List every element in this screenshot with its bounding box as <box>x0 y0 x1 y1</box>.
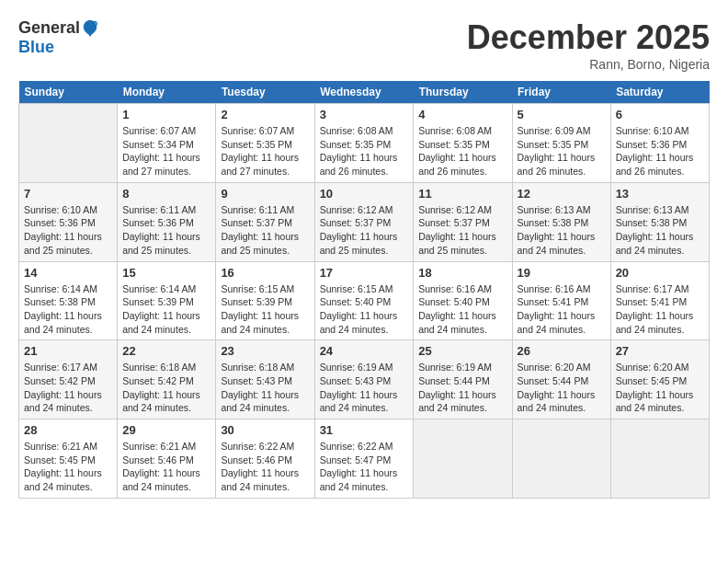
calendar-header-thursday: Thursday <box>414 81 512 104</box>
calendar-cell <box>19 104 118 183</box>
day-info: Sunrise: 6:14 AMSunset: 5:38 PMDaylight:… <box>24 282 112 337</box>
calendar-cell: 12Sunrise: 6:13 AMSunset: 5:38 PMDayligh… <box>512 182 610 261</box>
day-number: 1 <box>122 108 210 121</box>
day-info: Sunrise: 6:12 AMSunset: 5:37 PMDaylight:… <box>320 203 409 258</box>
day-number: 17 <box>320 266 409 280</box>
calendar-cell: 27Sunrise: 6:20 AMSunset: 5:45 PMDayligh… <box>610 340 709 419</box>
day-number: 7 <box>24 187 112 201</box>
calendar-cell: 3Sunrise: 6:08 AMSunset: 5:35 PMDaylight… <box>314 104 414 183</box>
day-info: Sunrise: 6:09 AMSunset: 5:35 PMDaylight:… <box>518 124 606 178</box>
calendar-header-row: SundayMondayTuesdayWednesdayThursdayFrid… <box>19 81 710 104</box>
day-number: 14 <box>24 266 112 280</box>
calendar-cell: 22Sunrise: 6:18 AMSunset: 5:42 PMDayligh… <box>118 340 216 419</box>
day-info: Sunrise: 6:14 AMSunset: 5:39 PMDaylight:… <box>122 282 210 337</box>
calendar-cell: 20Sunrise: 6:17 AMSunset: 5:41 PMDayligh… <box>610 261 709 340</box>
day-number: 18 <box>418 266 506 280</box>
day-info: Sunrise: 6:22 AMSunset: 5:46 PMDaylight:… <box>221 440 309 494</box>
calendar-cell: 28Sunrise: 6:21 AMSunset: 5:45 PMDayligh… <box>19 419 118 499</box>
calendar-header-sunday: Sunday <box>19 81 118 104</box>
calendar-cell <box>414 419 512 499</box>
day-number: 27 <box>616 344 704 358</box>
day-info: Sunrise: 6:18 AMSunset: 5:43 PMDaylight:… <box>221 361 309 415</box>
location: Rann, Borno, Nigeria <box>467 57 710 72</box>
day-info: Sunrise: 6:20 AMSunset: 5:45 PMDaylight:… <box>616 361 704 415</box>
day-info: Sunrise: 6:15 AMSunset: 5:39 PMDaylight:… <box>221 282 309 337</box>
day-info: Sunrise: 6:18 AMSunset: 5:42 PMDaylight:… <box>122 361 210 415</box>
calendar-header-friday: Friday <box>512 81 610 104</box>
logo-bird-icon <box>82 18 98 39</box>
day-number: 24 <box>320 344 409 358</box>
day-number: 30 <box>221 423 309 437</box>
calendar-cell: 6Sunrise: 6:10 AMSunset: 5:36 PMDaylight… <box>610 104 709 183</box>
day-info: Sunrise: 6:08 AMSunset: 5:35 PMDaylight:… <box>320 124 409 178</box>
calendar-cell: 5Sunrise: 6:09 AMSunset: 5:35 PMDaylight… <box>512 104 610 183</box>
calendar-cell: 14Sunrise: 6:14 AMSunset: 5:38 PMDayligh… <box>19 261 118 340</box>
page-header: General Blue December 2025 Rann, Borno, … <box>18 18 710 72</box>
day-info: Sunrise: 6:10 AMSunset: 5:36 PMDaylight:… <box>616 124 704 178</box>
calendar-cell: 9Sunrise: 6:11 AMSunset: 5:37 PMDaylight… <box>216 182 314 261</box>
calendar-cell: 15Sunrise: 6:14 AMSunset: 5:39 PMDayligh… <box>118 261 216 340</box>
calendar-cell: 25Sunrise: 6:19 AMSunset: 5:44 PMDayligh… <box>414 340 512 419</box>
calendar-header-monday: Monday <box>118 81 216 104</box>
calendar-week-row: 21Sunrise: 6:17 AMSunset: 5:42 PMDayligh… <box>19 340 710 419</box>
calendar-cell: 17Sunrise: 6:15 AMSunset: 5:40 PMDayligh… <box>314 261 414 340</box>
day-info: Sunrise: 6:22 AMSunset: 5:47 PMDaylight:… <box>320 440 409 494</box>
day-number: 16 <box>221 266 309 280</box>
day-number: 23 <box>221 344 309 358</box>
day-info: Sunrise: 6:21 AMSunset: 5:45 PMDaylight:… <box>24 440 112 494</box>
day-number: 3 <box>320 108 409 121</box>
day-number: 13 <box>616 187 704 201</box>
day-info: Sunrise: 6:13 AMSunset: 5:38 PMDaylight:… <box>616 203 704 258</box>
calendar-cell: 29Sunrise: 6:21 AMSunset: 5:46 PMDayligh… <box>118 419 216 499</box>
calendar-cell: 23Sunrise: 6:18 AMSunset: 5:43 PMDayligh… <box>216 340 314 419</box>
day-number: 28 <box>24 423 112 437</box>
day-info: Sunrise: 6:19 AMSunset: 5:44 PMDaylight:… <box>418 361 506 415</box>
calendar-week-row: 14Sunrise: 6:14 AMSunset: 5:38 PMDayligh… <box>19 261 710 340</box>
calendar-cell: 26Sunrise: 6:20 AMSunset: 5:44 PMDayligh… <box>512 340 610 419</box>
calendar-cell: 21Sunrise: 6:17 AMSunset: 5:42 PMDayligh… <box>19 340 118 419</box>
day-number: 31 <box>320 423 409 437</box>
calendar-header-tuesday: Tuesday <box>216 81 314 104</box>
logo: General Blue <box>18 18 98 57</box>
calendar-cell <box>610 419 709 499</box>
calendar-cell: 10Sunrise: 6:12 AMSunset: 5:37 PMDayligh… <box>314 182 414 261</box>
day-info: Sunrise: 6:11 AMSunset: 5:37 PMDaylight:… <box>221 203 309 258</box>
day-info: Sunrise: 6:07 AMSunset: 5:35 PMDaylight:… <box>221 124 309 178</box>
day-info: Sunrise: 6:19 AMSunset: 5:43 PMDaylight:… <box>320 361 409 415</box>
day-number: 9 <box>221 187 309 201</box>
calendar-cell: 13Sunrise: 6:13 AMSunset: 5:38 PMDayligh… <box>610 182 709 261</box>
calendar-header-saturday: Saturday <box>610 81 709 104</box>
day-info: Sunrise: 6:21 AMSunset: 5:46 PMDaylight:… <box>122 440 210 494</box>
logo-general: General <box>18 18 98 39</box>
day-number: 10 <box>320 187 409 201</box>
day-info: Sunrise: 6:11 AMSunset: 5:36 PMDaylight:… <box>122 203 210 258</box>
day-info: Sunrise: 6:10 AMSunset: 5:36 PMDaylight:… <box>24 203 112 258</box>
day-number: 22 <box>122 344 210 358</box>
day-number: 15 <box>122 266 210 280</box>
calendar-header-wednesday: Wednesday <box>314 81 414 104</box>
calendar-cell: 8Sunrise: 6:11 AMSunset: 5:36 PMDaylight… <box>118 182 216 261</box>
logo-blue: Blue <box>18 39 98 57</box>
calendar-cell <box>512 419 610 499</box>
day-number: 25 <box>418 344 506 358</box>
day-number: 12 <box>518 187 606 201</box>
day-info: Sunrise: 6:17 AMSunset: 5:41 PMDaylight:… <box>616 282 704 337</box>
day-number: 29 <box>122 423 210 437</box>
calendar-cell: 11Sunrise: 6:12 AMSunset: 5:37 PMDayligh… <box>414 182 512 261</box>
day-info: Sunrise: 6:17 AMSunset: 5:42 PMDaylight:… <box>24 361 112 415</box>
calendar-cell: 24Sunrise: 6:19 AMSunset: 5:43 PMDayligh… <box>314 340 414 419</box>
logo-text: General Blue <box>18 18 98 57</box>
calendar-cell: 19Sunrise: 6:16 AMSunset: 5:41 PMDayligh… <box>512 261 610 340</box>
day-info: Sunrise: 6:12 AMSunset: 5:37 PMDaylight:… <box>418 203 506 258</box>
day-info: Sunrise: 6:13 AMSunset: 5:38 PMDaylight:… <box>518 203 606 258</box>
calendar-week-row: 1Sunrise: 6:07 AMSunset: 5:34 PMDaylight… <box>19 104 710 183</box>
calendar-cell: 4Sunrise: 6:08 AMSunset: 5:35 PMDaylight… <box>414 104 512 183</box>
day-number: 21 <box>24 344 112 358</box>
calendar-cell: 30Sunrise: 6:22 AMSunset: 5:46 PMDayligh… <box>216 419 314 499</box>
day-number: 5 <box>518 108 606 121</box>
calendar-cell: 18Sunrise: 6:16 AMSunset: 5:40 PMDayligh… <box>414 261 512 340</box>
day-number: 2 <box>221 108 309 121</box>
day-number: 19 <box>518 266 606 280</box>
calendar-cell: 16Sunrise: 6:15 AMSunset: 5:39 PMDayligh… <box>216 261 314 340</box>
day-info: Sunrise: 6:15 AMSunset: 5:40 PMDaylight:… <box>320 282 409 337</box>
